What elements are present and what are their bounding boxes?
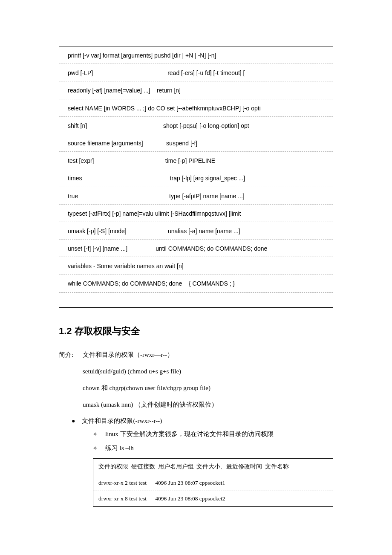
code-line: test [expr] time [-p] PIPELINE	[59, 152, 333, 169]
code-line-empty	[59, 292, 333, 307]
sub-bullet-text: linux 下安全解决方案很多，现在讨论文件和目录的访问权限	[105, 430, 274, 438]
code-line: variables - Some variable names an wait …	[59, 257, 333, 275]
code-line: typeset [-afFirtx] [-p] name[=valu ulimi…	[59, 205, 333, 222]
ls-output-box: 文件的权限 硬链接数 用户名用户组 文件大小、最近修改时间 文件名称 drwxr…	[93, 458, 333, 507]
code-line: true type [-afptP] name [name ...]	[59, 187, 333, 205]
code-line: times trap [-lp] [arg signal_spec ...]	[59, 169, 333, 187]
bullet-item: ● 文件和目录的权限(-rwxr--r--)	[72, 417, 333, 425]
document-page: printf [-v var] format [arguments] pushd…	[0, 0, 392, 541]
sub-bullet-item: ✧ linux 下安全解决方案很多，现在讨论文件和目录的访问权限	[93, 430, 333, 438]
code-line: select NAME [in WORDS ... ;] do CO set […	[59, 99, 333, 117]
code-line: source filename [arguments] suspend [-f]	[59, 134, 333, 152]
sub-bullet-text: 练习 ls –lh	[105, 444, 134, 452]
code-line: shift [n] shopt [-pqsu] [-o long-option]…	[59, 117, 333, 134]
intro-subline: setuid(suid/guid) (chmod u+s g+s file)	[83, 367, 333, 376]
table-row: drwxr-xr-x 8 test test 4096 Jun 23 08:08…	[93, 491, 333, 506]
intro-block: 简介: 文件和目录的权限（-rwxr—r--） setuid(suid/guid…	[59, 350, 333, 409]
code-line: printf [-v var] format [arguments] pushd…	[59, 46, 333, 64]
sub-bullet-item: ✧ 练习 ls –lh	[93, 444, 333, 452]
code-line: umask [-p] [-S] [mode] unalias [-a] name…	[59, 222, 333, 240]
table-header: 文件的权限 硬链接数 用户名用户组 文件大小、最近修改时间 文件名称	[93, 459, 333, 475]
intro-line: 文件和目录的权限（-rwxr—r--）	[83, 350, 173, 359]
bullet-icon: ●	[72, 417, 75, 424]
diamond-icon: ✧	[93, 431, 98, 437]
code-line: pwd [-LP] read [-ers] [-u fd] [-t timeou…	[59, 64, 333, 81]
intro-label: 简介:	[59, 350, 83, 359]
bullet-text: 文件和目录的权限(-rwxr--r--)	[82, 417, 162, 425]
intro-subline: chown 和 chgrp(chown user file/chgrp grou…	[83, 384, 333, 393]
diamond-icon: ✧	[93, 445, 98, 451]
shell-commands-box: printf [-v var] format [arguments] pushd…	[59, 46, 333, 308]
section-heading: 1.2 存取权限与安全	[59, 325, 333, 338]
code-line: while COMMANDS; do COMMANDS; done { COMM…	[59, 275, 333, 292]
table-row: drwxr-xr-x 2 test test 4096 Jun 23 08:07…	[93, 475, 333, 491]
intro-subline: umask (umask nnn) （文件创建时的缺省权限位）	[83, 400, 333, 409]
code-line: readonly [-af] [name[=value] ...] return…	[59, 81, 333, 99]
code-line: unset [-f] [-v] [name ...] until COMMAND…	[59, 240, 333, 257]
